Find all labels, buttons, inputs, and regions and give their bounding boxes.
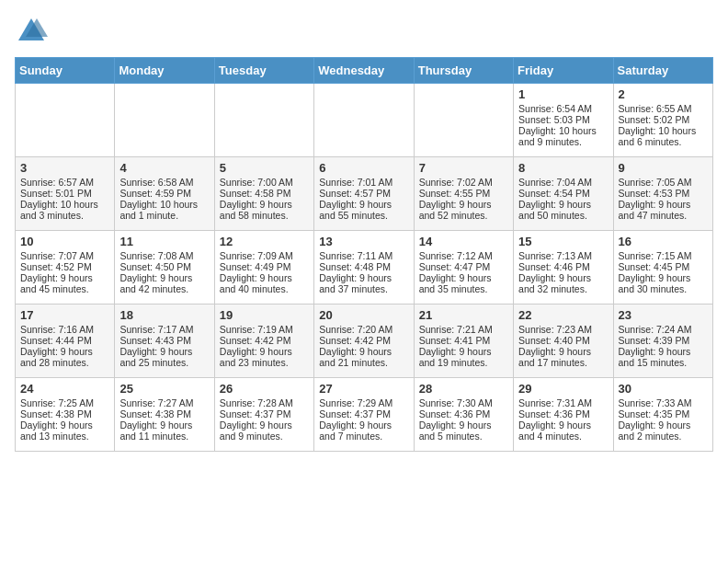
day-info: Sunrise: 7:29 AM xyxy=(319,397,408,408)
day-info: Sunrise: 7:25 AM xyxy=(20,397,109,408)
day-number: 30 xyxy=(619,382,708,396)
day-number: 4 xyxy=(119,161,209,175)
day-number: 23 xyxy=(619,308,708,322)
day-info: Sunset: 5:02 PM xyxy=(619,114,708,125)
day-number: 2 xyxy=(619,87,708,101)
day-info: Sunset: 4:42 PM xyxy=(319,335,408,346)
day-number: 12 xyxy=(220,235,309,248)
day-number: 8 xyxy=(518,161,608,175)
day-number: 27 xyxy=(319,382,408,396)
day-info: Daylight: 9 hours and 23 minutes. xyxy=(220,346,309,368)
logo-icon xyxy=(15,15,48,48)
day-info: Sunset: 4:38 PM xyxy=(20,408,109,419)
day-info: Sunrise: 7:23 AM xyxy=(518,324,608,335)
day-info: Daylight: 9 hours and 25 minutes. xyxy=(119,346,209,368)
column-header-sunday: Sunday xyxy=(16,58,115,84)
day-info: Daylight: 9 hours and 5 minutes. xyxy=(419,419,508,442)
day-info: Sunrise: 7:28 AM xyxy=(220,397,309,408)
day-number: 10 xyxy=(20,235,109,248)
day-cell xyxy=(314,84,414,157)
day-info: Sunrise: 7:17 AM xyxy=(119,324,209,335)
day-info: Daylight: 9 hours and 7 minutes. xyxy=(319,419,408,442)
day-cell: 13Sunrise: 7:11 AMSunset: 4:48 PMDayligh… xyxy=(314,231,414,304)
day-info: Sunrise: 6:55 AM xyxy=(619,103,708,114)
day-number: 26 xyxy=(220,382,309,396)
day-cell: 17Sunrise: 7:16 AMSunset: 4:44 PMDayligh… xyxy=(16,304,115,378)
day-info: Daylight: 9 hours and 21 minutes. xyxy=(319,346,408,368)
day-number: 14 xyxy=(419,235,508,248)
day-number: 9 xyxy=(619,161,708,175)
day-number: 17 xyxy=(20,308,109,322)
day-cell: 19Sunrise: 7:19 AMSunset: 4:42 PMDayligh… xyxy=(214,304,313,378)
column-header-monday: Monday xyxy=(115,58,214,84)
day-info: Daylight: 9 hours and 19 minutes. xyxy=(419,346,508,368)
day-number: 25 xyxy=(119,382,209,396)
day-info: Sunset: 4:48 PM xyxy=(319,261,408,272)
day-info: Daylight: 9 hours and 35 minutes. xyxy=(419,272,508,294)
day-info: Sunrise: 7:04 AM xyxy=(518,177,608,188)
day-info: Sunset: 4:50 PM xyxy=(119,261,209,272)
day-info: Sunrise: 7:30 AM xyxy=(419,397,508,408)
day-cell: 15Sunrise: 7:13 AMSunset: 4:46 PMDayligh… xyxy=(514,231,613,304)
day-info: Sunrise: 7:05 AM xyxy=(619,177,708,188)
day-info: Sunset: 5:01 PM xyxy=(20,188,109,199)
day-cell: 28Sunrise: 7:30 AMSunset: 4:36 PMDayligh… xyxy=(414,378,513,452)
column-header-saturday: Saturday xyxy=(613,58,712,84)
day-info: Sunrise: 7:20 AM xyxy=(319,324,408,335)
day-info: Sunset: 4:43 PM xyxy=(119,335,209,346)
day-cell: 1Sunrise: 6:54 AMSunset: 5:03 PMDaylight… xyxy=(514,84,613,157)
day-number: 21 xyxy=(419,308,508,322)
day-info: Daylight: 9 hours and 32 minutes. xyxy=(518,272,608,294)
day-cell: 11Sunrise: 7:08 AMSunset: 4:50 PMDayligh… xyxy=(115,231,214,304)
day-info: Daylight: 10 hours and 3 minutes. xyxy=(20,199,109,221)
day-info: Sunset: 4:59 PM xyxy=(119,188,209,199)
day-cell: 8Sunrise: 7:04 AMSunset: 4:54 PMDaylight… xyxy=(514,157,613,231)
day-info: Daylight: 9 hours and 45 minutes. xyxy=(20,272,109,294)
day-info: Sunset: 4:37 PM xyxy=(319,408,408,419)
column-header-wednesday: Wednesday xyxy=(314,58,414,84)
day-info: Daylight: 9 hours and 9 minutes. xyxy=(220,419,309,442)
week-row-2: 3Sunrise: 6:57 AMSunset: 5:01 PMDaylight… xyxy=(16,157,713,231)
day-cell: 23Sunrise: 7:24 AMSunset: 4:39 PMDayligh… xyxy=(613,304,712,378)
day-number: 29 xyxy=(518,382,608,396)
column-header-tuesday: Tuesday xyxy=(214,58,313,84)
day-cell: 7Sunrise: 7:02 AMSunset: 4:55 PMDaylight… xyxy=(414,157,513,231)
day-info: Daylight: 10 hours and 1 minute. xyxy=(119,199,209,221)
day-info: Sunset: 4:36 PM xyxy=(518,408,608,419)
day-info: Sunset: 4:44 PM xyxy=(20,335,109,346)
day-number: 22 xyxy=(518,308,608,322)
day-info: Sunset: 4:52 PM xyxy=(20,261,109,272)
day-info: Sunset: 4:55 PM xyxy=(419,188,508,199)
day-info: Sunrise: 7:31 AM xyxy=(518,397,608,408)
day-cell: 9Sunrise: 7:05 AMSunset: 4:53 PMDaylight… xyxy=(613,157,712,231)
day-info: Daylight: 9 hours and 55 minutes. xyxy=(319,199,408,221)
day-cell: 18Sunrise: 7:17 AMSunset: 4:43 PMDayligh… xyxy=(115,304,214,378)
day-info: Sunrise: 7:15 AM xyxy=(619,250,708,261)
day-info: Sunset: 4:35 PM xyxy=(619,408,708,419)
day-number: 19 xyxy=(220,308,309,322)
day-info: Sunset: 4:54 PM xyxy=(518,188,608,199)
day-cell: 5Sunrise: 7:00 AMSunset: 4:58 PMDaylight… xyxy=(214,157,313,231)
day-cell: 2Sunrise: 6:55 AMSunset: 5:02 PMDaylight… xyxy=(613,84,712,157)
day-number: 1 xyxy=(518,87,608,101)
day-number: 28 xyxy=(419,382,508,396)
day-info: Sunrise: 7:01 AM xyxy=(319,177,408,188)
day-cell: 12Sunrise: 7:09 AMSunset: 4:49 PMDayligh… xyxy=(214,231,313,304)
day-cell: 27Sunrise: 7:29 AMSunset: 4:37 PMDayligh… xyxy=(314,378,414,452)
day-info: Daylight: 9 hours and 17 minutes. xyxy=(518,346,608,368)
day-info: Sunrise: 7:16 AM xyxy=(20,324,109,335)
day-cell: 6Sunrise: 7:01 AMSunset: 4:57 PMDaylight… xyxy=(314,157,414,231)
day-info: Daylight: 9 hours and 47 minutes. xyxy=(619,199,708,221)
day-info: Sunrise: 7:08 AM xyxy=(119,250,209,261)
day-info: Sunrise: 7:00 AM xyxy=(220,177,309,188)
day-info: Daylight: 9 hours and 13 minutes. xyxy=(20,419,109,442)
day-info: Daylight: 9 hours and 58 minutes. xyxy=(220,199,309,221)
day-cell: 24Sunrise: 7:25 AMSunset: 4:38 PMDayligh… xyxy=(16,378,115,452)
day-info: Sunset: 4:45 PM xyxy=(619,261,708,272)
calendar-body: 1Sunrise: 6:54 AMSunset: 5:03 PMDaylight… xyxy=(16,84,713,452)
day-info: Sunrise: 7:09 AM xyxy=(220,250,309,261)
day-info: Sunrise: 7:19 AM xyxy=(220,324,309,335)
day-cell: 4Sunrise: 6:58 AMSunset: 4:59 PMDaylight… xyxy=(115,157,214,231)
day-cell: 29Sunrise: 7:31 AMSunset: 4:36 PMDayligh… xyxy=(514,378,613,452)
day-info: Sunset: 4:47 PM xyxy=(419,261,508,272)
